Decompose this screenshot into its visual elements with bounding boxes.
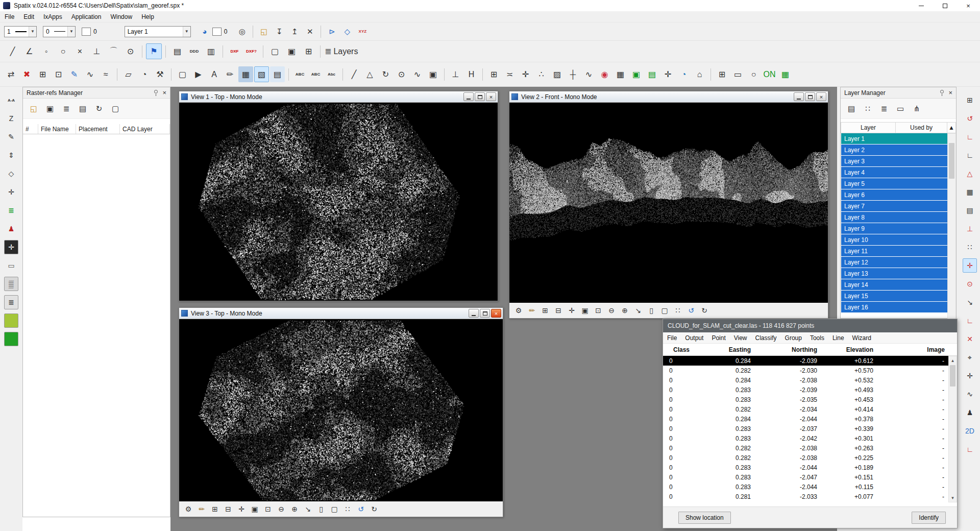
draw-button[interactable]: ✎ xyxy=(4,130,18,144)
scroll-down-icon[interactable]: ▼ xyxy=(949,494,957,502)
angle-button[interactable]: ∟ xyxy=(963,313,977,328)
scroll-up-icon[interactable]: ▲ xyxy=(949,356,957,365)
dim-table-button[interactable]: ⊞ xyxy=(486,66,501,82)
view3-titlebar[interactable]: View 3 - Top - Mono Mode × xyxy=(179,308,503,319)
minimize-button[interactable] xyxy=(794,92,804,101)
layer-row[interactable]: Layer 7 xyxy=(841,201,947,211)
cloud-panel-title[interactable]: CLOUD_for_SLAM_cut_clear.las - 118 416 8… xyxy=(663,319,957,332)
axis-z-button[interactable]: △ xyxy=(963,166,977,181)
layer-row[interactable]: Layer 14 xyxy=(841,279,947,290)
redo-button[interactable]: ↻ xyxy=(368,502,381,516)
snap-midpoint-button[interactable]: ◦ xyxy=(38,43,54,59)
view-settings-button[interactable]: ⚙ xyxy=(182,502,195,516)
profile-button[interactable]: ∿ xyxy=(963,387,977,401)
select-add-button[interactable]: ⊞ xyxy=(301,43,316,59)
layer-scrollbar[interactable] xyxy=(947,133,956,324)
active-layer-combo[interactable]: Layer 1 ▼ xyxy=(125,26,191,37)
sheet-button[interactable]: ▯ xyxy=(314,502,328,516)
rotate-tool-button[interactable]: ↻ xyxy=(378,66,393,82)
scroll-up-area[interactable]: ▲ xyxy=(947,122,956,133)
clone-button[interactable]: ⊞ xyxy=(208,502,222,516)
axis-x-button[interactable]: ∟ xyxy=(963,130,977,144)
cross-button[interactable]: ✛ xyxy=(660,66,675,82)
grid-colored-button[interactable]: ▦ xyxy=(778,66,793,82)
copy-view-button[interactable]: ⊟ xyxy=(552,304,565,317)
copy-view-button[interactable]: ⊟ xyxy=(222,502,235,516)
mesh-button[interactable]: ▦ xyxy=(963,185,977,199)
menu-item[interactable]: File xyxy=(663,332,681,343)
point-row[interactable]: 0 0.282 -2.038 +0.225 - xyxy=(663,453,948,463)
identify-button[interactable]: Identify xyxy=(912,512,946,524)
crosshair-button[interactable]: ✛ xyxy=(963,258,977,273)
vehicle-button[interactable]: ▭ xyxy=(4,258,18,273)
print-button[interactable]: ▤ xyxy=(169,43,185,59)
dxf-export-button[interactable]: DXF xyxy=(227,43,242,59)
raster-stack-button[interactable]: ≣ xyxy=(59,101,74,116)
import-xyz-button[interactable]: XYZ xyxy=(355,25,370,39)
scrollbar-thumb[interactable] xyxy=(950,365,955,387)
menu-item[interactable]: Wizard xyxy=(848,332,875,343)
paint-button[interactable]: ✏ xyxy=(195,502,208,516)
select-area-button[interactable]: ▢ xyxy=(328,502,341,516)
menu-item[interactable]: Group xyxy=(781,332,806,343)
pan-button[interactable]: ✛ xyxy=(565,304,578,317)
layer-row[interactable]: Layer 16 xyxy=(841,302,947,312)
line-style-combo[interactable]: 0 ▼ xyxy=(43,26,76,37)
notes-button[interactable]: ▤ xyxy=(270,66,285,82)
select-element-button[interactable]: ▶ xyxy=(191,66,206,82)
select-text-button[interactable]: A xyxy=(207,66,222,82)
menu-item[interactable]: Help xyxy=(137,11,159,22)
print-batch-button[interactable]: DDD xyxy=(186,43,202,59)
point-cloud-canvas[interactable] xyxy=(179,103,498,301)
pin-icon[interactable] xyxy=(154,90,158,93)
zoom-extents-button[interactable]: ↘ xyxy=(301,502,314,516)
layer-row[interactable]: Layer 1 xyxy=(841,133,947,144)
raster-locate-button[interactable]: ▢ xyxy=(108,101,123,116)
close-icon[interactable]: × xyxy=(948,89,952,96)
grid-cross-button[interactable]: ┼ xyxy=(566,66,580,82)
layer-row[interactable]: Layer 10 xyxy=(841,234,947,245)
view2-titlebar[interactable]: View 2 - Front - Mono Mode × xyxy=(509,91,828,103)
layer-row[interactable]: Layer 15 xyxy=(841,291,947,301)
monitor-button[interactable]: ▣ xyxy=(629,66,644,82)
open-drawing-button[interactable]: ◱ xyxy=(257,25,271,39)
elevation-button[interactable]: ⇕ xyxy=(4,148,18,162)
layer-cells-button[interactable]: ∷ xyxy=(860,101,875,116)
raster-panel-titlebar[interactable]: Raster-refs Manager × xyxy=(23,87,170,99)
menu-item[interactable]: IxApps xyxy=(39,11,67,22)
point-row[interactable]: 0 0.282 -2.030 +0.570 - xyxy=(663,366,948,375)
copy-parallel-button[interactable]: ⇄ xyxy=(4,66,18,82)
layer-row[interactable]: Layer 8 xyxy=(841,212,947,223)
circle-button[interactable]: ○ xyxy=(746,66,761,82)
zoom-out-button[interactable]: ⊖ xyxy=(275,502,288,516)
walker2-button[interactable]: ♟ xyxy=(963,405,977,420)
ucs-rotate-button[interactable]: ↺ xyxy=(963,111,977,126)
raster-select-button[interactable]: ▤ xyxy=(75,101,90,116)
show-location-button[interactable]: Show location xyxy=(678,512,731,524)
circle-dot-button[interactable]: ⊙ xyxy=(963,277,977,291)
point-row[interactable]: 0 0.284 -2.044 +0.378 - xyxy=(663,414,948,424)
fit-text-button[interactable]: ▣ xyxy=(578,304,592,317)
curve-tool-button[interactable]: ∿ xyxy=(410,66,425,82)
line-tool-button[interactable]: ╱ xyxy=(347,66,361,82)
point-cloud-canvas[interactable] xyxy=(179,319,503,501)
import-file-button[interactable]: ↧ xyxy=(272,25,286,39)
target-button[interactable]: ⌖ xyxy=(963,350,977,365)
menu-item[interactable]: View xyxy=(730,332,751,343)
polygon-button[interactable]: ◇ xyxy=(4,166,18,181)
georef-button[interactable]: ◎ xyxy=(235,25,249,39)
grid-box-button[interactable]: ▦ xyxy=(613,66,628,82)
point-row[interactable]: 0 0.283 -2.039 +0.493 - xyxy=(663,385,948,395)
close-button[interactable]: × xyxy=(957,0,980,11)
2d-button[interactable]: 2D xyxy=(963,424,977,438)
point-row[interactable]: 0 0.282 -2.034 +0.414 - xyxy=(663,404,948,414)
fill-color-button[interactable]: ◕ xyxy=(198,25,212,39)
construct-button[interactable]: ⚒ xyxy=(153,66,167,82)
axis-y-button[interactable]: ∟ xyxy=(963,148,977,162)
raster-refresh-button[interactable]: ↻ xyxy=(91,101,107,116)
dim-horizontal-button[interactable]: Η xyxy=(464,66,479,82)
layers-button[interactable]: ≣ Layers xyxy=(324,43,358,59)
flag-button[interactable]: ⚑ xyxy=(146,43,162,59)
select-fence-button[interactable]: ▢ xyxy=(175,66,190,82)
menu-item[interactable]: Tools xyxy=(806,332,828,343)
